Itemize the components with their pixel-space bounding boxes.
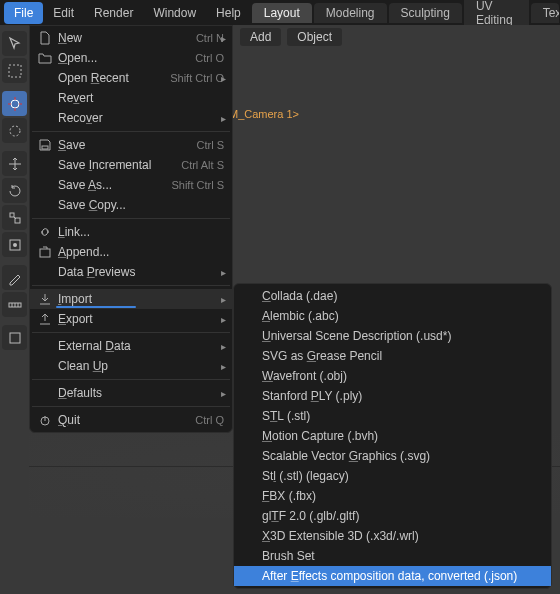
file-menu-item-save[interactable]: SaveCtrl S	[30, 135, 232, 155]
left-toolbar	[0, 25, 29, 356]
menu-item-label: Export	[58, 312, 224, 326]
save-icon	[36, 138, 54, 152]
file-menu-item-revert[interactable]: Revert	[30, 88, 232, 108]
file-menu-item-append-[interactable]: Append...	[30, 242, 232, 262]
file-menu-item-defaults[interactable]: Defaults▸	[30, 383, 232, 403]
tool-annotate[interactable]	[2, 265, 27, 290]
menu-edit[interactable]: Edit	[43, 2, 84, 24]
import-menu-item-14[interactable]: After Effects composition data, converte…	[234, 566, 551, 586]
menu-item-label: Import	[58, 292, 224, 306]
tool-cursor[interactable]	[2, 31, 27, 56]
file-menu-item-quit[interactable]: QuitCtrl Q	[30, 410, 232, 430]
submenu-arrow-icon: ▸	[221, 361, 226, 372]
menu-item-label: Quit	[58, 413, 189, 427]
menu-item-shortcut: Ctrl N	[190, 32, 224, 44]
add-menu[interactable]: Add	[240, 28, 281, 46]
object-menu[interactable]: Object	[287, 28, 342, 46]
workspace-tab-layout[interactable]: Layout	[252, 3, 312, 23]
submenu-arrow-icon: ▸	[221, 341, 226, 352]
file-menu-item-save-as-[interactable]: Save As...Shift Ctrl S	[30, 175, 232, 195]
file-menu-item-new[interactable]: NewCtrl N▸	[30, 28, 232, 48]
tool-measure[interactable]	[2, 292, 27, 317]
file-menu-item-save-incremental[interactable]: Save IncrementalCtrl Alt S	[30, 155, 232, 175]
file-menu-item-export[interactable]: Export▸	[30, 309, 232, 329]
menu-render[interactable]: Render	[84, 2, 143, 24]
menu-item-shortcut: Shift Ctrl O	[164, 72, 224, 84]
file-icon	[36, 31, 54, 45]
workspace-tab-sculpting[interactable]: Sculpting	[389, 3, 462, 23]
menu-file[interactable]: File	[4, 2, 43, 24]
menu-item-label: Save As...	[58, 178, 165, 192]
folder-icon	[36, 51, 54, 65]
import-menu-item-7[interactable]: Motion Capture (.bvh)	[234, 426, 551, 446]
svg-point-2	[10, 126, 20, 136]
file-menu-item-open-[interactable]: Open...Ctrl O	[30, 48, 232, 68]
import-menu-item-6[interactable]: STL (.stl)	[234, 406, 551, 426]
menu-item-label: Append...	[58, 245, 224, 259]
file-menu-item-link-[interactable]: Link...	[30, 222, 232, 242]
menu-item-shortcut: Ctrl S	[191, 139, 225, 151]
import-menu-item-10[interactable]: FBX (.fbx)	[234, 486, 551, 506]
tool-transform-move[interactable]	[2, 151, 27, 176]
svg-point-6	[13, 243, 17, 247]
svg-rect-9	[42, 146, 48, 149]
tool-3d-cursor[interactable]	[2, 91, 27, 116]
menu-item-label: Open Recent	[58, 71, 164, 85]
submenu-arrow-icon: ▸	[221, 73, 226, 84]
import-submenu: Collada (.dae)Alembic (.abc)Universal Sc…	[233, 283, 552, 589]
import-icon	[36, 292, 54, 306]
file-menu-item-recover[interactable]: Recover▸	[30, 108, 232, 128]
import-menu-item-3[interactable]: SVG as Grease Pencil	[234, 346, 551, 366]
file-menu-item-open-recent[interactable]: Open RecentShift Ctrl O▸	[30, 68, 232, 88]
tool-transform[interactable]	[2, 232, 27, 257]
submenu-arrow-icon: ▸	[221, 314, 226, 325]
import-menu-item-1[interactable]: Alembic (.abc)	[234, 306, 551, 326]
import-menu-item-0[interactable]: Collada (.dae)	[234, 286, 551, 306]
workspace-tab-texture[interactable]: Text	[531, 3, 559, 23]
menu-item-label: Save Incremental	[58, 158, 175, 172]
menu-item-label: Revert	[58, 91, 224, 105]
file-menu-item-data-previews[interactable]: Data Previews▸	[30, 262, 232, 282]
svg-rect-10	[40, 249, 50, 257]
submenu-arrow-icon: ▸	[221, 388, 226, 399]
menu-item-label: Link...	[58, 225, 224, 239]
tool-add-primitive[interactable]	[2, 325, 27, 350]
file-menu-item-external-data[interactable]: External Data▸	[30, 336, 232, 356]
import-menu-item-8[interactable]: Scalable Vector Graphics (.svg)	[234, 446, 551, 466]
menu-window[interactable]: Window	[143, 2, 206, 24]
menu-item-shortcut: Ctrl O	[189, 52, 224, 64]
submenu-arrow-icon: ▸	[221, 113, 226, 124]
tool-scale[interactable]	[2, 205, 27, 230]
power-icon	[36, 413, 54, 427]
import-menu-item-9[interactable]: Stl (.stl) (legacy)	[234, 466, 551, 486]
menu-item-shortcut: Shift Ctrl S	[165, 179, 224, 191]
import-menu-item-13[interactable]: Brush Set	[234, 546, 551, 566]
import-menu-item-11[interactable]: glTF 2.0 (.glb/.gltf)	[234, 506, 551, 526]
file-dropdown: NewCtrl N▸Open...Ctrl OOpen RecentShift …	[29, 25, 233, 433]
file-menu-item-clean-up[interactable]: Clean Up▸	[30, 356, 232, 376]
import-menu-item-5[interactable]: Stanford PLY (.ply)	[234, 386, 551, 406]
menu-item-label: Open...	[58, 51, 189, 65]
submenu-arrow-icon: ▸	[221, 294, 226, 305]
svg-rect-3	[10, 213, 14, 217]
submenu-arrow-icon: ▸	[221, 267, 226, 278]
svg-rect-0	[9, 65, 21, 77]
menu-item-label: Clean Up	[58, 359, 224, 373]
menu-item-label: Data Previews	[58, 265, 224, 279]
tool-select-box[interactable]	[2, 58, 27, 83]
link-icon	[36, 225, 54, 239]
menu-item-label: Save	[58, 138, 191, 152]
file-menu-item-import[interactable]: Import▸	[30, 289, 232, 309]
tool-rotate[interactable]	[2, 178, 27, 203]
svg-rect-8	[10, 333, 20, 343]
workspace-tab-modeling[interactable]: Modeling	[314, 3, 387, 23]
file-menu-item-save-copy-[interactable]: Save Copy...	[30, 195, 232, 215]
menu-help[interactable]: Help	[206, 2, 251, 24]
tool-move[interactable]	[2, 118, 27, 143]
import-menu-item-2[interactable]: Universal Scene Description (.usd*)	[234, 326, 551, 346]
menu-item-label: Recover	[58, 111, 224, 125]
import-menu-item-4[interactable]: Wavefront (.obj)	[234, 366, 551, 386]
menu-item-label: Save Copy...	[58, 198, 224, 212]
export-icon	[36, 312, 54, 326]
import-menu-item-12[interactable]: X3D Extensible 3D (.x3d/.wrl)	[234, 526, 551, 546]
